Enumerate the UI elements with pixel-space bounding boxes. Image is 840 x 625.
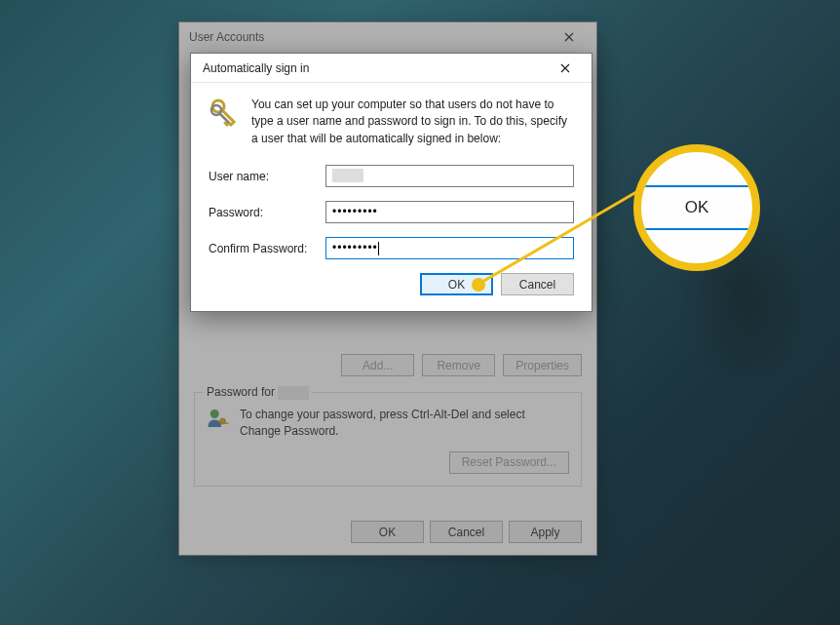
- redacted-username-value: [332, 169, 363, 182]
- user-key-icon: [207, 407, 230, 430]
- confirm-password-label: Confirm Password:: [209, 242, 325, 255]
- close-icon: [564, 32, 574, 42]
- password-change-text: To change your password, press Ctrl-Alt-…: [240, 407, 569, 440]
- keys-icon: [209, 97, 240, 128]
- callout-dot: [472, 278, 485, 292]
- username-label: User name:: [209, 170, 325, 183]
- modal-cancel-button[interactable]: Cancel: [501, 273, 574, 295]
- parent-close-button[interactable]: [550, 23, 589, 51]
- close-icon: [560, 63, 570, 73]
- text-cursor: [378, 242, 379, 255]
- user-properties-button[interactable]: Properties: [503, 354, 582, 376]
- parent-window-title: User Accounts: [189, 30, 264, 44]
- reset-password-button[interactable]: Reset Password...: [449, 451, 569, 474]
- modal-title: Automatically sign in: [203, 61, 309, 75]
- add-user-button[interactable]: Add...: [341, 354, 414, 376]
- password-field[interactable]: •••••••••: [325, 201, 574, 223]
- parent-cancel-button[interactable]: Cancel: [430, 521, 503, 543]
- password-groupbox: Password for To change your password, pr…: [194, 392, 582, 487]
- auto-signin-dialog: Automatically sign in You can set up you…: [190, 53, 592, 312]
- remove-user-button[interactable]: Remove: [422, 354, 495, 376]
- parent-apply-button[interactable]: Apply: [509, 521, 582, 543]
- parent-ok-button[interactable]: OK: [351, 521, 424, 543]
- callout-magnifier: OK: [633, 144, 760, 271]
- callout-ok-magnified: OK: [641, 185, 752, 230]
- password-label: Password:: [209, 206, 325, 219]
- modal-titlebar: Automatically sign in: [191, 54, 592, 83]
- confirm-password-field[interactable]: •••••••••: [325, 237, 574, 259]
- parent-titlebar: User Accounts: [179, 22, 596, 52]
- modal-info-text: You can set up your computer so that use…: [251, 97, 574, 147]
- modal-close-button[interactable]: [545, 56, 586, 81]
- svg-point-0: [210, 410, 219, 418]
- redacted-username: [278, 386, 309, 400]
- username-field[interactable]: [325, 165, 574, 187]
- svg-rect-2: [224, 423, 229, 425]
- password-group-label: Password for: [203, 385, 313, 400]
